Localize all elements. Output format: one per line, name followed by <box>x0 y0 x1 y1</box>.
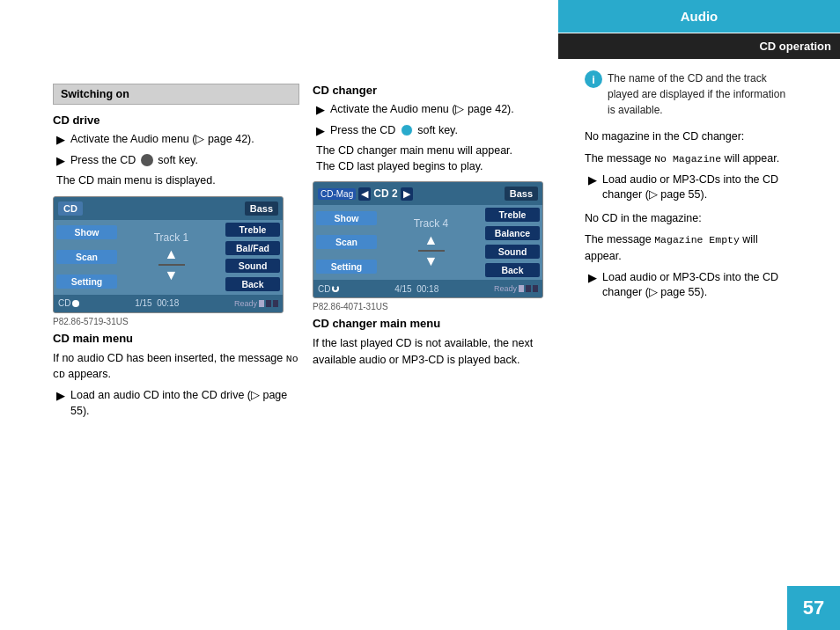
no-cd-code: No CD <box>53 353 298 381</box>
cd-drive-note: The CD main menu is displayed. <box>56 173 299 189</box>
cd2-track-label: Track 4 <box>414 217 449 230</box>
cd-balfad-btn[interactable]: Bal/Fad <box>225 241 280 255</box>
changer-note-1: The CD changer main menu will appear.The… <box>316 143 550 174</box>
no-cd-bullet: ▶ Load audio or MP3-CDs into the CD chan… <box>585 270 787 301</box>
info-box: i The name of the CD and the track playe… <box>585 70 787 118</box>
cd-dot-1 <box>72 300 79 307</box>
status2-block-1 <box>519 285 524 292</box>
cd2-back-btn[interactable]: Back <box>485 263 540 277</box>
cd-sound-btn[interactable]: Sound <box>225 259 280 273</box>
cd-arrow-up[interactable]: ▲ <box>165 247 179 261</box>
cd-main-menu-arrow: ▶ <box>56 389 65 402</box>
changer-bullet-2-text: Press the CD soft key. <box>330 123 458 139</box>
cd-changer-main-menu-title-text: CD changer main menu <box>313 317 440 330</box>
no-cd-bullet-text: Load audio or MP3-CDs into the CD change… <box>602 270 787 301</box>
switching-on-header: Switching on <box>53 84 299 105</box>
cd2-sound-btn[interactable]: Sound <box>485 245 540 259</box>
no-magazine-bullet-text: Load audio or MP3-CDs into the CD change… <box>602 172 787 203</box>
cd-screen-1-caption-text: P82.86-5719-31US <box>53 317 129 326</box>
cd-changer-main-menu-para: If the last played CD is not available, … <box>313 337 533 366</box>
cd-track-label: Track 1 <box>154 231 189 244</box>
cd-screen-2-caption: P82.86-4071-31US <box>313 302 550 311</box>
changer-arrow-2: ▶ <box>316 124 325 137</box>
cd-footer-icon: CD <box>58 298 79 308</box>
cd2-arrow-down[interactable]: ▼ <box>424 254 438 268</box>
status-block-1 <box>259 300 264 307</box>
cd2-balance-btn[interactable]: Balance <box>485 226 540 240</box>
cd-screen-2-bass: Bass <box>505 187 538 201</box>
no-magazine-bullet: ▶ Load audio or MP3-CDs into the CD chan… <box>585 172 787 203</box>
cd-screen-2-right-btns: Treble Balance Sound Back <box>483 205 542 280</box>
cd2-arrow-up[interactable]: ▲ <box>424 233 438 247</box>
cd-drive-bullet-1: ▶ Activate the Audio menu (▷ page 42). <box>53 132 299 148</box>
cd-arrow-down[interactable]: ▼ <box>165 268 179 282</box>
cd-2-label: CD 2 <box>373 187 397 200</box>
cd-screen-2-center: Track 4 ▲ ▼ <box>379 205 483 280</box>
no-cd-mag-empty-code: Magazine Empty <box>654 234 740 245</box>
no-cd-msg: The message Magazine Empty will appear. <box>585 231 787 265</box>
cd-screen-2-left-btns: Show Scan Setting <box>313 205 379 280</box>
cd2-treble-btn[interactable]: Treble <box>485 208 540 222</box>
cd-drive-bullet-2: ▶ Press the CD soft key. <box>53 153 299 169</box>
cd-drive-title-text: CD drive <box>53 114 99 127</box>
cd-scan-btn[interactable]: Scan <box>56 250 117 264</box>
page-number-badge: 57 <box>787 586 840 630</box>
cd-screen-1-top: CD Bass <box>54 197 283 220</box>
cd2-icon: CD <box>318 284 339 294</box>
status2-block-3 <box>533 285 538 292</box>
cd-screen-1-title: CD <box>58 201 83 216</box>
page-number-text: 57 <box>803 597 824 619</box>
cd2-scan-btn[interactable]: Scan <box>316 235 377 249</box>
cd-setting-btn[interactable]: Setting <box>56 275 117 289</box>
cd-mag-btn[interactable]: CD-Mag <box>318 188 356 200</box>
changer-bullet-1-text: Activate the Audio menu (▷ page 42). <box>330 102 514 118</box>
cd-arrows: ▲ ▼ <box>158 247 185 282</box>
cd-drive-bullet-2-text: Press the CD soft key. <box>70 153 198 169</box>
bullet-arrow-1: ▶ <box>56 133 65 146</box>
cd-screen-2-caption-text: P82.86-4071-31US <box>313 302 388 311</box>
cd-treble-btn[interactable]: Treble <box>225 223 280 237</box>
cd2-spinner <box>332 285 339 292</box>
cd-screen-1-center: Track 1 ▲ ▼ <box>120 220 223 295</box>
cd-changer-bullet-2: ▶ Press the CD soft key. <box>313 123 550 139</box>
no-magazine-arrow: ▶ <box>588 173 597 187</box>
status-block-2 <box>266 300 271 307</box>
cd-nav-left[interactable]: ◀ <box>358 187 371 201</box>
cd2-ready-label: Ready <box>494 284 517 293</box>
audio-header: Audio <box>558 0 840 33</box>
cd-main-menu-bullet: ▶ Load an audio CD into the CD drive (▷ … <box>53 388 299 419</box>
cd-footer-mid: 1/15 00:18 <box>135 298 179 308</box>
cd-back-btn[interactable]: Back <box>225 277 280 291</box>
cd-main-menu-title-text: CD main menu <box>53 332 133 345</box>
no-magazine-title-text: No magazine in the CD changer: <box>585 130 744 143</box>
cd-screen-2: CD-Mag ◀ CD 2 ▶ Bass Show Scan Setting T… <box>313 181 543 298</box>
cd2-arrows: ▲ ▼ <box>418 233 445 268</box>
cd-screen-1: CD Bass Show Scan Setting Track 1 ▲ ▼ <box>53 196 284 313</box>
switching-on-label: Switching on <box>61 88 129 100</box>
status2-block-2 <box>526 285 531 292</box>
cd-screen-1-caption: P82.86-5719-31US <box>53 317 299 326</box>
cd-ready-label: Ready <box>234 299 257 308</box>
no-cd-title-text: No CD in the magazine: <box>585 212 702 224</box>
cd2-show-btn[interactable]: Show <box>316 211 377 225</box>
no-magazine-title: No magazine in the CD changer: <box>585 128 787 145</box>
cd-screen-1-right-btns: Treble Bal/Fad Sound Back <box>223 220 283 295</box>
cd2-status-right: Ready <box>494 284 538 293</box>
cd-operation-label: CD operation <box>759 40 831 53</box>
no-magazine-msg: The message No Magazine will appear. <box>585 150 787 167</box>
cd2-footer-icon: CD <box>318 284 339 294</box>
cd-screen-2-body: Show Scan Setting Track 4 ▲ ▼ Treble Bal… <box>313 205 542 280</box>
cd-nav-right[interactable]: ▶ <box>401 187 413 201</box>
cd-icon-1: CD <box>58 298 79 308</box>
cd-main-menu-title: CD main menu <box>53 332 299 345</box>
audio-label: Audio <box>681 9 718 24</box>
right-column: i The name of the CD and the track playe… <box>585 70 787 306</box>
cd-screen-2-top: CD-Mag ◀ CD 2 ▶ Bass <box>313 182 542 205</box>
cd2-setting-btn[interactable]: Setting <box>316 260 377 274</box>
no-cd-arrow: ▶ <box>588 271 597 284</box>
cd-screen-2-footer: CD 4/15 00:18 Ready <box>313 280 542 297</box>
info-icon: i <box>585 70 602 88</box>
status-block-3 <box>273 300 278 307</box>
cd-show-btn[interactable]: Show <box>56 225 117 239</box>
cd-status-right: Ready <box>234 299 278 308</box>
